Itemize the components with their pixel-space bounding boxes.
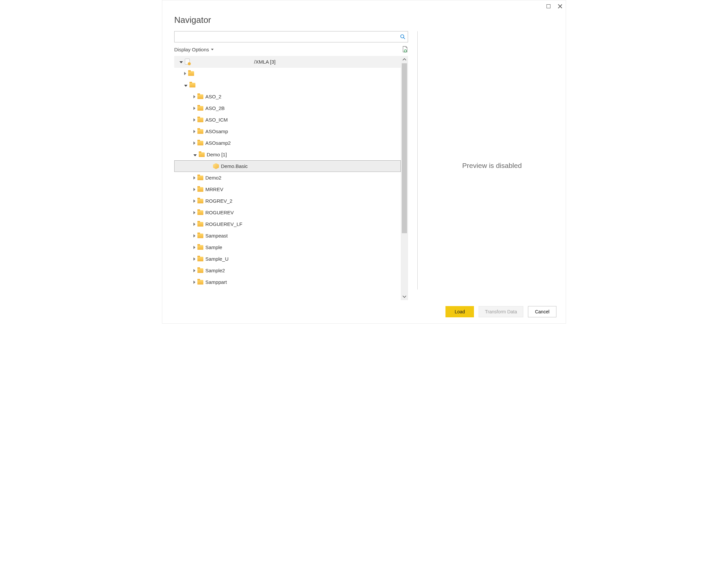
- expand-icon[interactable]: [193, 234, 196, 237]
- tree-item[interactable]: ROGUEREV_LF: [174, 218, 401, 230]
- restore-icon[interactable]: [546, 4, 550, 8]
- collapse-icon[interactable]: [184, 85, 187, 87]
- collapse-icon[interactable]: [193, 154, 197, 156]
- tree-item-label: Samppart: [205, 279, 227, 285]
- transform-data-button[interactable]: Transform Data: [478, 306, 523, 317]
- tree-item[interactable]: Sampeast: [174, 230, 401, 242]
- expand-icon[interactable]: [193, 246, 196, 249]
- display-options-label: Display Options: [174, 47, 209, 52]
- tree-item-label: ASO_ICM: [205, 117, 228, 123]
- tree-item[interactable]: Sample_U: [174, 253, 401, 265]
- tree-item[interactable]: Demo.Basic: [174, 160, 401, 172]
- chevron-down-icon: [211, 49, 214, 50]
- navigator-left-pane: Display Options /XMLA [3]ASO_2ASO_2BASO_…: [174, 31, 408, 300]
- tree-item-label: ROGUEREV_LF: [205, 221, 242, 227]
- pane-divider: [417, 31, 418, 289]
- tree-item[interactable]: Demo2: [174, 172, 401, 183]
- svg-line-1: [404, 37, 405, 39]
- folder-icon: [198, 280, 203, 284]
- tree-item[interactable]: Sample2: [174, 265, 401, 276]
- tree-item[interactable]: ROGUEREV: [174, 207, 401, 218]
- tree-item-label: ASO_2: [205, 94, 221, 99]
- folder-icon: [198, 94, 203, 99]
- tree-item-label: ROGREV_2: [205, 198, 233, 204]
- folder-icon: [198, 176, 203, 180]
- titlebar: [162, 0, 566, 12]
- folder-icon: [188, 71, 194, 76]
- scrollbar[interactable]: [401, 56, 408, 300]
- expand-icon[interactable]: [193, 211, 196, 214]
- tree-item-label: ASOsamp2: [205, 140, 231, 146]
- tree-item[interactable]: ASO_2B: [174, 102, 401, 114]
- folder-icon: [198, 210, 203, 215]
- scroll-up-icon[interactable]: [401, 56, 408, 63]
- tree-item[interactable]: ASO_2: [174, 91, 401, 102]
- tree-item-label: Demo2: [205, 175, 221, 180]
- scroll-down-icon[interactable]: [401, 293, 408, 300]
- folder-icon: [198, 233, 203, 238]
- tree-item[interactable]: ASOsamp: [174, 126, 401, 137]
- expand-icon[interactable]: [193, 223, 196, 226]
- cancel-button[interactable]: Cancel: [528, 306, 556, 317]
- load-button[interactable]: Load: [445, 306, 474, 317]
- expand-icon[interactable]: [193, 269, 196, 272]
- display-options-dropdown[interactable]: Display Options: [174, 47, 214, 52]
- expand-icon[interactable]: [184, 72, 186, 75]
- tree-item-label: MRREV: [205, 186, 223, 192]
- expand-icon[interactable]: [193, 142, 196, 145]
- tree-item-label: Demo [1]: [207, 152, 227, 157]
- search-box[interactable]: [174, 31, 408, 43]
- folder-icon: [198, 141, 203, 145]
- close-icon[interactable]: [558, 4, 563, 8]
- scroll-thumb[interactable]: [402, 63, 407, 233]
- expand-icon[interactable]: [193, 130, 196, 133]
- tree-item[interactable]: Demo [1]: [174, 149, 401, 160]
- tree-item-label: ASOsamp: [205, 128, 228, 134]
- tree-item[interactable]: [174, 79, 401, 91]
- options-row: Display Options: [174, 43, 408, 56]
- tree-item[interactable]: [174, 68, 401, 79]
- folder-icon: [198, 268, 203, 273]
- folder-icon: [198, 118, 203, 122]
- refresh-icon[interactable]: [402, 46, 408, 53]
- folder-icon: [198, 199, 203, 203]
- expand-icon[interactable]: [193, 257, 196, 261]
- folder-icon: [198, 245, 203, 250]
- database-icon: [185, 59, 190, 65]
- folder-icon: [189, 83, 196, 87]
- expand-icon[interactable]: [193, 176, 196, 179]
- preview-disabled-message: Preview is disabled: [462, 162, 522, 170]
- folder-icon: [198, 129, 203, 134]
- tree-item[interactable]: ROGREV_2: [174, 195, 401, 207]
- tree-item[interactable]: Sample: [174, 242, 401, 253]
- expand-icon[interactable]: [193, 281, 196, 284]
- search-icon[interactable]: [400, 34, 406, 40]
- cube-icon: [213, 163, 219, 169]
- expand-icon[interactable]: [193, 118, 196, 122]
- tree-item[interactable]: ASO_ICM: [174, 114, 401, 126]
- dialog-footer: Load Transform Data Cancel: [162, 300, 566, 323]
- folder-icon: [198, 187, 203, 192]
- folder-icon: [198, 222, 203, 227]
- tree-item[interactable]: MRREV: [174, 183, 401, 195]
- dialog-title: Navigator: [162, 12, 566, 31]
- collapse-icon[interactable]: [180, 61, 183, 63]
- scroll-track[interactable]: [401, 63, 408, 293]
- expand-icon[interactable]: [193, 95, 196, 98]
- preview-pane: Preview is disabled: [425, 31, 559, 300]
- tree-root[interactable]: /XMLA [3]: [174, 56, 401, 68]
- expand-icon[interactable]: [193, 188, 196, 191]
- tree-item-label: ASO_2B: [205, 105, 225, 111]
- navigator-dialog: Navigator Display Options: [162, 0, 566, 324]
- folder-icon: [198, 257, 203, 261]
- tree-item[interactable]: Samppart: [174, 276, 401, 288]
- expand-icon[interactable]: [193, 199, 196, 203]
- search-input[interactable]: [178, 32, 400, 42]
- navigator-tree[interactable]: /XMLA [3]ASO_2ASO_2BASO_ICMASOsampASOsam…: [174, 56, 401, 300]
- expand-icon[interactable]: [193, 107, 196, 110]
- tree-item[interactable]: ASOsamp2: [174, 137, 401, 149]
- tree-item-label: Sample: [205, 245, 222, 250]
- tree-item-label: Demo.Basic: [221, 163, 248, 169]
- tree-item-label: Sample_U: [205, 256, 229, 262]
- tree-item-label: Sampeast: [205, 233, 228, 238]
